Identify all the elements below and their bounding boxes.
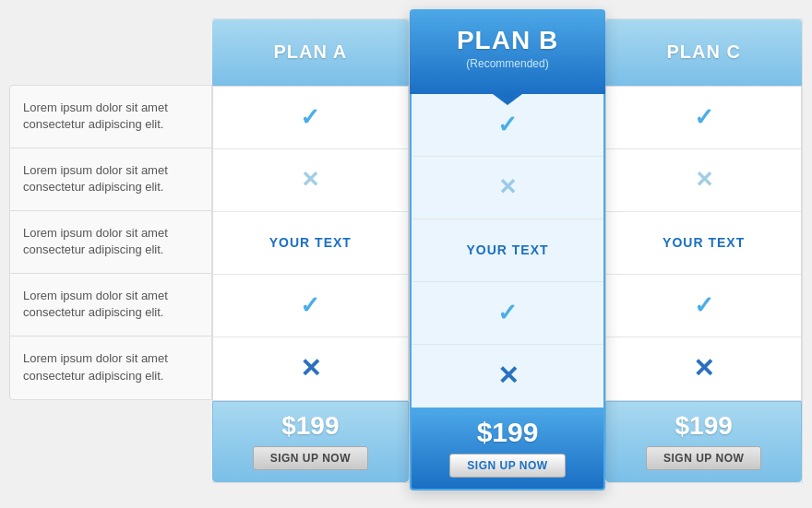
plan-c-body: ✓ ✕ YOUR TEXT ✓ ✕: [605, 86, 802, 401]
plan-a-title: PLAN A: [273, 41, 347, 63]
plan-c-row-3: YOUR TEXT: [606, 212, 801, 275]
plan-c-price: $199: [675, 411, 733, 441]
check-icon: ✓: [497, 299, 518, 327]
features-column: Lorem ipsum dolor sit amet consectetur a…: [9, 85, 212, 400]
cross-icon: ✕: [301, 167, 319, 193]
plan-b-row-2: ✕: [412, 157, 604, 219]
plan-a-row-4: ✓: [213, 275, 408, 337]
plan-b-price: $199: [477, 417, 539, 448]
plan-a-column: PLAN A ✓ ✕ YOUR TEXT ✓ ✕ $199 SIGN UP NO…: [212, 18, 410, 483]
plan-c-signup-button[interactable]: SIGN UP NOW: [646, 446, 761, 470]
check-icon: ✓: [694, 291, 714, 320]
plan-c-row-4: ✓: [606, 275, 801, 337]
plan-a-body: ✓ ✕ YOUR TEXT ✓ ✕: [212, 86, 409, 401]
feature-row-1: Lorem ipsum dolor sit amet consectetur a…: [10, 86, 211, 148]
plan-a-signup-button[interactable]: SIGN UP NOW: [253, 446, 368, 470]
plan-c-row-5: ✕: [606, 337, 801, 400]
check-icon: ✓: [300, 103, 320, 132]
feature-row-5: Lorem ipsum dolor sit amet consectetur a…: [10, 337, 211, 399]
feature-row-2: Lorem ipsum dolor sit amet consectetur a…: [10, 148, 211, 211]
plan-a-footer: $199 SIGN UP NOW: [212, 401, 409, 482]
plan-a-price: $199: [281, 411, 339, 441]
feature-row-4: Lorem ipsum dolor sit amet consectetur a…: [10, 274, 211, 337]
plan-b-row-5: ✕: [412, 345, 604, 408]
plan-c-title: PLAN C: [666, 41, 740, 63]
cross-bold-icon: ✕: [693, 353, 714, 384]
plan-a-row-1: ✓: [213, 87, 408, 149]
check-icon: ✓: [694, 103, 714, 132]
plan-b-column: PLAN B (Recommended) ✓ ✕ YOUR TEXT ✓ ✕ $…: [410, 9, 606, 490]
plan-b-body: ✓ ✕ YOUR TEXT ✓ ✕: [410, 94, 606, 408]
plan-c-custom-text: YOUR TEXT: [663, 235, 745, 250]
plan-b-subtitle: (Recommended): [466, 57, 548, 70]
plan-c-column: PLAN C ✓ ✕ YOUR TEXT ✓ ✕ $199 SIGN UP NO…: [605, 18, 803, 483]
plan-c-row-2: ✕: [606, 149, 801, 212]
plan-c-footer: $199 SIGN UP NOW: [605, 401, 802, 482]
cross-bold-icon: ✕: [300, 353, 321, 384]
plan-b-row-3: YOUR TEXT: [412, 219, 604, 282]
plan-b-custom-text: YOUR TEXT: [466, 242, 548, 257]
pricing-table: Lorem ipsum dolor sit amet consectetur a…: [9, 18, 803, 490]
plan-b-title: PLAN B: [457, 26, 558, 55]
plan-b-footer: $199 SIGN UP NOW: [410, 408, 606, 490]
feature-row-3: Lorem ipsum dolor sit amet consectetur a…: [10, 211, 211, 274]
plan-a-row-3: YOUR TEXT: [213, 212, 408, 275]
plan-b-signup-button[interactable]: SIGN UP NOW: [449, 454, 565, 478]
plan-a-custom-text: YOUR TEXT: [269, 235, 352, 250]
cross-icon: ✕: [695, 167, 713, 193]
cross-bold-icon: ✕: [497, 360, 519, 391]
check-icon: ✓: [497, 111, 518, 139]
plan-a-header: PLAN A: [212, 19, 409, 86]
plan-c-header: PLAN C: [605, 19, 802, 86]
plan-a-row-2: ✕: [213, 149, 408, 212]
plan-a-row-5: ✕: [213, 337, 408, 400]
check-icon: ✓: [300, 291, 320, 320]
plan-b-header: PLAN B (Recommended): [410, 9, 606, 94]
plan-b-row-4: ✓: [412, 282, 604, 345]
cross-icon: ✕: [498, 174, 517, 200]
plan-c-row-1: ✓: [606, 87, 801, 149]
